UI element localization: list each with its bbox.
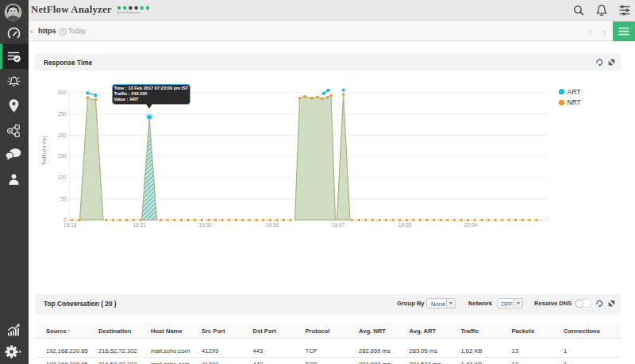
svg-text:50: 50 [60, 196, 67, 201]
svg-text:250: 250 [58, 111, 67, 117]
svg-text:19:55: 19:55 [398, 222, 412, 228]
svg-text:NRT: NRT [568, 98, 581, 106]
svg-text:19:21: 19:21 [133, 222, 146, 228]
svg-text:300: 300 [58, 90, 67, 95]
svg-text:200: 200 [58, 132, 67, 138]
svg-text:100: 100 [58, 174, 67, 180]
svg-text:20:04: 20:04 [464, 222, 478, 228]
svg-text:19:47: 19:47 [332, 222, 345, 228]
svg-text:ART: ART [568, 88, 581, 96]
svg-text:150: 150 [58, 153, 67, 159]
svg-text:19:38: 19:38 [266, 222, 279, 228]
svg-text:Traffic(in ms): Traffic(in ms) [41, 136, 48, 166]
svg-text:19:13: 19:13 [64, 222, 77, 228]
svg-text:19:30: 19:30 [198, 222, 212, 228]
